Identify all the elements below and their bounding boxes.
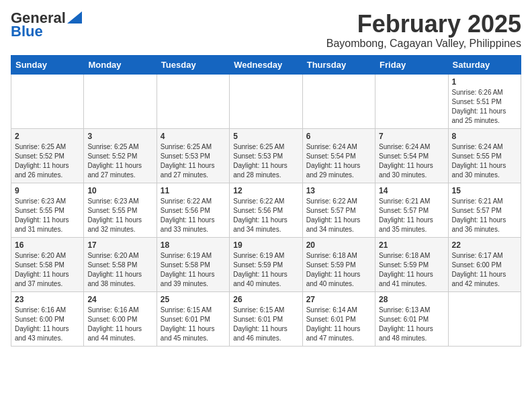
day-info: Sunrise: 6:23 AM Sunset: 5:55 PM Dayligh… [15, 197, 80, 234]
day-info: Sunrise: 6:21 AM Sunset: 5:57 PM Dayligh… [379, 197, 444, 234]
day-info: Sunrise: 6:25 AM Sunset: 5:53 PM Dayligh… [233, 142, 298, 180]
day-info: Sunrise: 6:17 AM Sunset: 6:00 PM Dayligh… [452, 251, 517, 289]
day-number: 5 [233, 132, 298, 141]
calendar-cell: 25Sunrise: 6:15 AM Sunset: 6:01 PM Dayli… [157, 291, 229, 346]
calendar-cell: 22Sunrise: 6:17 AM Sunset: 6:00 PM Dayli… [448, 237, 521, 291]
day-number: 3 [87, 132, 152, 141]
day-info: Sunrise: 6:25 AM Sunset: 5:53 PM Dayligh… [161, 142, 226, 180]
calendar-cell: 1Sunrise: 6:26 AM Sunset: 5:51 PM Daylig… [448, 74, 521, 128]
day-info: Sunrise: 6:26 AM Sunset: 5:51 PM Dayligh… [452, 88, 517, 126]
day-number: 11 [161, 186, 226, 195]
calendar-cell [157, 74, 229, 128]
weekday-header-thursday: Thursday [302, 55, 375, 74]
day-info: Sunrise: 6:16 AM Sunset: 6:00 PM Dayligh… [87, 306, 152, 343]
day-info: Sunrise: 6:16 AM Sunset: 6:00 PM Dayligh… [15, 306, 80, 343]
calendar-week-row: 23Sunrise: 6:16 AM Sunset: 6:00 PM Dayli… [11, 291, 521, 346]
day-number: 22 [452, 240, 517, 250]
month-title: February 2025 [326, 11, 521, 38]
day-number: 12 [233, 186, 298, 195]
logo-blue: Blue [11, 24, 43, 39]
day-number: 25 [161, 295, 226, 304]
calendar-cell [302, 74, 375, 128]
calendar-week-row: 9Sunrise: 6:23 AM Sunset: 5:55 PM Daylig… [11, 183, 521, 237]
day-number: 21 [379, 240, 444, 250]
weekday-header-sunday: Sunday [11, 55, 84, 74]
calendar-cell: 23Sunrise: 6:16 AM Sunset: 6:00 PM Dayli… [11, 291, 84, 346]
calendar-cell: 12Sunrise: 6:22 AM Sunset: 5:56 PM Dayli… [230, 183, 302, 237]
calendar-cell: 7Sunrise: 6:24 AM Sunset: 5:54 PM Daylig… [375, 128, 448, 183]
page-header: General Blue February 2025 Bayombong, Ca… [11, 11, 521, 50]
calendar-cell: 14Sunrise: 6:21 AM Sunset: 5:57 PM Dayli… [375, 183, 448, 237]
day-number: 16 [15, 240, 80, 250]
calendar-cell [11, 74, 84, 128]
calendar-cell: 21Sunrise: 6:18 AM Sunset: 5:59 PM Dayli… [375, 237, 448, 291]
calendar-cell: 28Sunrise: 6:13 AM Sunset: 6:01 PM Dayli… [375, 291, 448, 346]
calendar-cell: 6Sunrise: 6:24 AM Sunset: 5:54 PM Daylig… [302, 128, 375, 183]
day-number: 10 [87, 186, 152, 195]
day-number: 14 [379, 186, 444, 195]
day-number: 20 [306, 240, 371, 250]
day-info: Sunrise: 6:18 AM Sunset: 5:59 PM Dayligh… [379, 251, 444, 289]
day-number: 2 [15, 132, 80, 141]
day-info: Sunrise: 6:14 AM Sunset: 6:01 PM Dayligh… [306, 306, 371, 343]
day-info: Sunrise: 6:19 AM Sunset: 5:59 PM Dayligh… [233, 251, 298, 289]
calendar-table: SundayMondayTuesdayWednesdayThursdayFrid… [11, 55, 521, 347]
calendar-cell: 18Sunrise: 6:19 AM Sunset: 5:58 PM Dayli… [157, 237, 229, 291]
calendar-cell [448, 291, 521, 346]
calendar-cell [375, 74, 448, 128]
day-number: 9 [15, 186, 80, 195]
svg-marker-0 [67, 11, 82, 24]
day-info: Sunrise: 6:20 AM Sunset: 5:58 PM Dayligh… [87, 251, 152, 289]
day-info: Sunrise: 6:15 AM Sunset: 6:01 PM Dayligh… [161, 306, 226, 343]
day-info: Sunrise: 6:22 AM Sunset: 5:56 PM Dayligh… [233, 197, 298, 234]
day-number: 19 [233, 240, 298, 250]
calendar-week-row: 16Sunrise: 6:20 AM Sunset: 5:58 PM Dayli… [11, 237, 521, 291]
calendar-cell: 9Sunrise: 6:23 AM Sunset: 5:55 PM Daylig… [11, 183, 84, 237]
weekday-header-tuesday: Tuesday [157, 55, 229, 74]
calendar-cell: 4Sunrise: 6:25 AM Sunset: 5:53 PM Daylig… [157, 128, 229, 183]
day-number: 28 [379, 295, 444, 304]
calendar-cell: 17Sunrise: 6:20 AM Sunset: 5:58 PM Dayli… [84, 237, 157, 291]
calendar-cell [84, 74, 157, 128]
day-number: 17 [87, 240, 152, 250]
day-info: Sunrise: 6:25 AM Sunset: 5:52 PM Dayligh… [15, 142, 80, 180]
calendar-cell: 10Sunrise: 6:23 AM Sunset: 5:55 PM Dayli… [84, 183, 157, 237]
calendar-cell: 3Sunrise: 6:25 AM Sunset: 5:52 PM Daylig… [84, 128, 157, 183]
weekday-header-wednesday: Wednesday [230, 55, 302, 74]
day-number: 13 [306, 186, 371, 195]
calendar-cell: 2Sunrise: 6:25 AM Sunset: 5:52 PM Daylig… [11, 128, 84, 183]
calendar-cell: 16Sunrise: 6:20 AM Sunset: 5:58 PM Dayli… [11, 237, 84, 291]
weekday-header-friday: Friday [375, 55, 448, 74]
calendar-cell: 20Sunrise: 6:18 AM Sunset: 5:59 PM Dayli… [302, 237, 375, 291]
day-number: 15 [452, 186, 517, 195]
day-info: Sunrise: 6:24 AM Sunset: 5:54 PM Dayligh… [379, 142, 444, 180]
day-number: 23 [15, 295, 80, 304]
weekday-header-row: SundayMondayTuesdayWednesdayThursdayFrid… [11, 55, 521, 74]
weekday-header-monday: Monday [84, 55, 157, 74]
day-number: 6 [306, 132, 371, 141]
calendar-cell: 19Sunrise: 6:19 AM Sunset: 5:59 PM Dayli… [230, 237, 302, 291]
logo-icon [67, 11, 82, 24]
day-info: Sunrise: 6:24 AM Sunset: 5:55 PM Dayligh… [452, 142, 517, 180]
subtitle: Bayombong, Cagayan Valley, Philippines [326, 38, 521, 50]
calendar-cell: 5Sunrise: 6:25 AM Sunset: 5:53 PM Daylig… [230, 128, 302, 183]
calendar-cell [230, 74, 302, 128]
title-area: February 2025 Bayombong, Cagayan Valley,… [326, 11, 521, 50]
day-info: Sunrise: 6:22 AM Sunset: 5:57 PM Dayligh… [306, 197, 371, 234]
day-number: 4 [161, 132, 226, 141]
day-number: 26 [233, 295, 298, 304]
day-number: 7 [379, 132, 444, 141]
day-number: 27 [306, 295, 371, 304]
calendar-week-row: 1Sunrise: 6:26 AM Sunset: 5:51 PM Daylig… [11, 74, 521, 128]
calendar-cell: 27Sunrise: 6:14 AM Sunset: 6:01 PM Dayli… [302, 291, 375, 346]
day-info: Sunrise: 6:20 AM Sunset: 5:58 PM Dayligh… [15, 251, 80, 289]
day-info: Sunrise: 6:21 AM Sunset: 5:57 PM Dayligh… [452, 197, 517, 234]
calendar-cell: 8Sunrise: 6:24 AM Sunset: 5:55 PM Daylig… [448, 128, 521, 183]
calendar-cell: 11Sunrise: 6:22 AM Sunset: 5:56 PM Dayli… [157, 183, 229, 237]
day-info: Sunrise: 6:24 AM Sunset: 5:54 PM Dayligh… [306, 142, 371, 180]
day-number: 18 [161, 240, 226, 250]
day-info: Sunrise: 6:23 AM Sunset: 5:55 PM Dayligh… [87, 197, 152, 234]
logo: General Blue [11, 11, 82, 39]
calendar-cell: 15Sunrise: 6:21 AM Sunset: 5:57 PM Dayli… [448, 183, 521, 237]
day-number: 8 [452, 132, 517, 141]
